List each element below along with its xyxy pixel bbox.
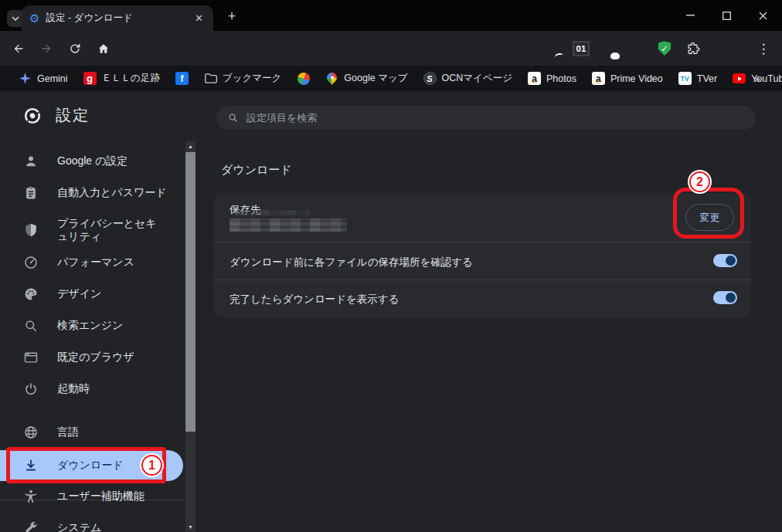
sidebar-item-autofill[interactable]: 自動入力とパスワード bbox=[0, 178, 185, 208]
tab-title: 設定 - ダウンロード bbox=[46, 12, 186, 25]
home-button[interactable] bbox=[97, 42, 110, 55]
speedometer-icon bbox=[23, 255, 39, 270]
forward-button[interactable] bbox=[39, 42, 53, 55]
gemini-sparkle-icon bbox=[19, 72, 32, 85]
bookmark-prime-video[interactable]: a Prime Video bbox=[584, 69, 671, 88]
tver-icon: TV bbox=[678, 72, 692, 85]
reload-icon bbox=[69, 42, 82, 55]
annotation-number-2: 2 bbox=[689, 171, 710, 192]
downloads-settings-card: 保存先 変更 ダウンロード前に各ファイルの保存場所を確認する 完了したらダウンロ… bbox=[214, 193, 751, 317]
globe-icon bbox=[23, 425, 39, 440]
extension-calendar-button[interactable]: 01 bbox=[573, 41, 590, 56]
settings-header: 設定 bbox=[23, 105, 90, 126]
save-location-path-blur bbox=[236, 210, 310, 215]
sidebar-item-on-startup[interactable]: 起動時 bbox=[0, 374, 185, 405]
maximize-button[interactable] bbox=[715, 4, 738, 27]
sidebar-item-appearance[interactable]: デザイン bbox=[0, 279, 185, 310]
palette-icon bbox=[23, 286, 39, 302]
tab-close-icon[interactable]: ✕ bbox=[192, 12, 206, 24]
minimize-icon bbox=[686, 15, 695, 16]
show-when-done-toggle[interactable] bbox=[713, 291, 737, 304]
sidebar-item-search-engine[interactable]: 検索エンジン bbox=[0, 310, 185, 341]
annotation-box-step2 bbox=[673, 188, 744, 239]
youtube-icon bbox=[733, 72, 746, 85]
bookmark-google-photos[interactable] bbox=[289, 69, 318, 88]
toggle-knob bbox=[726, 293, 736, 303]
sidebar-item-privacy-security[interactable]: プライバシーとセキュリティ bbox=[0, 209, 185, 251]
clipboard-icon bbox=[23, 185, 39, 201]
calendar-01-icon: 01 bbox=[573, 41, 590, 56]
sidebar-item-google-settings[interactable]: Google の設定 bbox=[0, 146, 185, 177]
accessibility-icon bbox=[23, 489, 39, 504]
folder-icon bbox=[204, 72, 217, 85]
person-icon bbox=[23, 154, 39, 169]
bookmark-google-maps[interactable]: Google マップ bbox=[318, 69, 415, 88]
maximize-icon bbox=[722, 12, 731, 20]
sidebar-item-accessibility[interactable]: ユーザー補助機能 bbox=[0, 481, 185, 512]
search-icon bbox=[23, 318, 39, 334]
bookmark-gemini[interactable]: Gemini bbox=[11, 69, 76, 88]
close-icon bbox=[759, 12, 767, 20]
sidebar-item-default-browser[interactable]: 既定のブラウザ bbox=[0, 342, 185, 373]
chrome-logo-icon bbox=[23, 107, 42, 125]
back-arrow-icon bbox=[12, 42, 26, 55]
bookmark-folder[interactable]: ブックマーク bbox=[196, 69, 289, 88]
settings-search-input[interactable]: 設定項目を検索 bbox=[216, 106, 756, 130]
home-icon bbox=[97, 42, 110, 55]
shield-icon bbox=[23, 222, 39, 238]
sidebar-item-performance[interactable]: パフォーマンス bbox=[0, 247, 185, 278]
green-shield-check-icon: ✓ bbox=[658, 41, 672, 56]
reload-button[interactable] bbox=[69, 42, 82, 55]
divider bbox=[214, 242, 751, 242]
extension-shield-button[interactable]: ✓ bbox=[658, 41, 672, 56]
close-button[interactable] bbox=[751, 4, 774, 27]
power-icon bbox=[23, 381, 39, 397]
scroll-down-arrow[interactable]: ▼ bbox=[185, 522, 196, 532]
search-icon bbox=[227, 112, 239, 124]
ask-each-time-toggle[interactable] bbox=[713, 254, 737, 267]
bookmark-ocn-mypage[interactable]: S OCNマイページ bbox=[416, 69, 520, 88]
google-photos-icon bbox=[297, 72, 310, 85]
search-placeholder: 設定項目を検索 bbox=[246, 111, 317, 125]
wrench-icon bbox=[23, 520, 39, 532]
page-title: 設定 bbox=[56, 105, 90, 126]
bookmark-facebook[interactable]: f bbox=[168, 69, 196, 88]
bookmark-goo-blog[interactable]: g ＥＬＬの足跡 bbox=[76, 69, 168, 88]
toggle-knob bbox=[726, 256, 736, 266]
amazon-icon: a bbox=[592, 72, 605, 85]
bookmarks-overflow-button[interactable]: » bbox=[754, 72, 760, 85]
chevron-down-icon bbox=[12, 16, 19, 21]
chrome-window: ⚙ 設定 - ダウンロード ✕ + bbox=[0, 0, 782, 532]
ask-each-time-label: ダウンロード前に各ファイルの保存場所を確認する bbox=[230, 255, 473, 269]
settings-gear-icon: ⚙ bbox=[29, 12, 39, 24]
goo-blog-icon: g bbox=[83, 72, 97, 85]
ocn-globe-icon: S bbox=[423, 72, 437, 85]
section-title: ダウンロード bbox=[221, 163, 292, 178]
forward-arrow-icon bbox=[39, 42, 53, 55]
scroll-up-arrow[interactable]: ▲ bbox=[185, 141, 196, 151]
facebook-icon: f bbox=[175, 72, 189, 85]
annotation-number-1: 1 bbox=[141, 455, 162, 476]
title-bar: ⚙ 設定 - ダウンロード ✕ + bbox=[0, 0, 782, 31]
browser-tab[interactable]: ⚙ 設定 - ダウンロード ✕ bbox=[22, 5, 213, 31]
save-location-path-blur bbox=[230, 219, 347, 232]
sidebar-item-system[interactable]: システム bbox=[0, 513, 185, 532]
sidebar-scrollbar[interactable]: ▲ ▼ bbox=[185, 141, 196, 532]
bookmarks-bar: Gemini g ＥＬＬの足跡 f ブックマーク Google マップ S OC… bbox=[0, 66, 782, 91]
amazon-icon: a bbox=[528, 72, 541, 85]
puzzle-piece-icon bbox=[686, 41, 701, 56]
browser-menu-button[interactable]: ⋮ bbox=[757, 40, 770, 56]
divider bbox=[214, 280, 751, 280]
bookmark-amazon-photos[interactable]: a Photos bbox=[520, 69, 584, 88]
browser-toolbar: Chrome chrome://settings/downloads 01 ✓ … bbox=[0, 31, 782, 66]
new-tab-button[interactable]: + bbox=[223, 7, 241, 25]
extensions-menu-button[interactable] bbox=[686, 41, 701, 56]
show-when-done-label: 完了したらダウンロードを表示する bbox=[230, 292, 399, 307]
bookmark-tver[interactable]: TV TVer bbox=[671, 69, 725, 88]
scrollbar-thumb[interactable] bbox=[185, 152, 196, 432]
browser-window-icon bbox=[23, 350, 39, 365]
google-maps-pin-icon bbox=[325, 72, 338, 85]
back-button[interactable] bbox=[12, 42, 26, 55]
sidebar-item-languages[interactable]: 言語 bbox=[0, 417, 185, 448]
minimize-button[interactable] bbox=[678, 4, 702, 27]
